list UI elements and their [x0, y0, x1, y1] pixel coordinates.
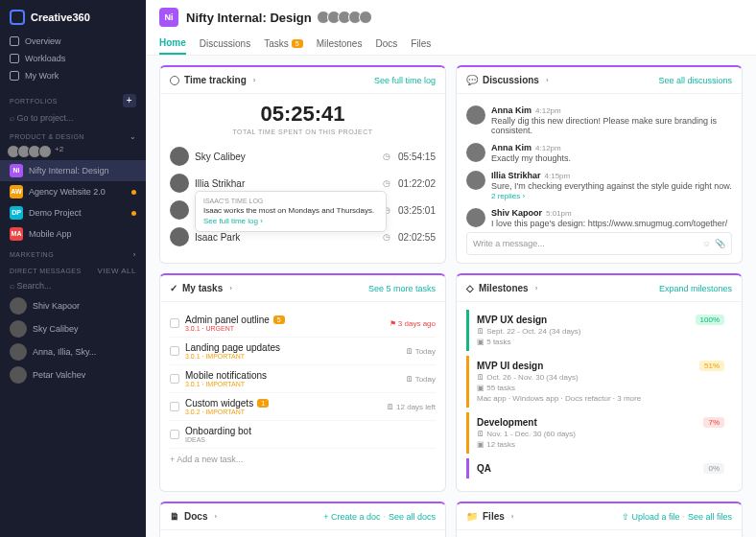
task-row[interactable]: Onboarding botIDEAS — [170, 421, 436, 449]
task-name: Onboarding bot — [185, 426, 251, 436]
message-replies-link[interactable]: 2 replies › — [491, 192, 732, 200]
task-checkbox[interactable] — [170, 402, 179, 411]
project-badge-icon: DP — [10, 206, 23, 220]
dm-item[interactable]: Petar Valchev — [0, 363, 146, 386]
nav-overview[interactable]: Overview — [0, 33, 146, 50]
milestone-row[interactable]: QA0% — [466, 458, 732, 479]
nav-workloads[interactable]: Workloads — [0, 50, 146, 67]
dm-item[interactable]: Sky Calibey — [0, 317, 146, 340]
milestone-dates: 🗓 Sept. 22 - Oct. 24 (34 days) — [477, 327, 724, 336]
brand[interactable]: Creative360 — [0, 6, 146, 29]
project-label: Nifty Internal: Design — [29, 166, 109, 175]
sidebar-project[interactable]: DPDemo Project — [0, 202, 146, 223]
task-checkbox[interactable] — [170, 430, 179, 439]
topbar: Ni Nifty Internal: Design HomeDiscussion… — [146, 0, 756, 56]
brand-name: Creative360 — [31, 12, 90, 23]
project-members[interactable] — [319, 11, 372, 24]
nav-my-work[interactable]: My Work — [0, 67, 146, 84]
dm-item[interactable]: Shiv Kapoor — [0, 294, 146, 317]
discussion-message[interactable]: Shiv Kapoor5:01pmI love this page's desi… — [466, 204, 732, 232]
dm-search[interactable]: ⌕ Search... — [0, 277, 146, 294]
task-date: 🗓 Today — [406, 347, 436, 356]
see-discussions-link[interactable]: See all discussions — [658, 76, 732, 85]
milestone-tasks: ▣ 5 tasks — [477, 338, 724, 346]
add-task-button[interactable]: + Add a new task... — [170, 449, 436, 470]
message-text: I love this page's design: https://www.s… — [491, 219, 732, 228]
milestone-name: QA — [477, 463, 491, 474]
member-avatars[interactable]: +2 — [0, 143, 146, 160]
sidebar-project[interactable]: NiNifty Internal: Design — [0, 160, 146, 181]
discussion-message[interactable]: Anna Kim4:12pmReally dig this new direct… — [466, 102, 732, 139]
chevron-down-icon: ⌄ — [130, 132, 137, 141]
dm-name: Sky Calibey — [33, 324, 79, 334]
chevron-right-icon[interactable]: › — [253, 76, 256, 84]
see-all-docs-link[interactable]: See all docs — [389, 512, 436, 522]
chevron-right-icon[interactable]: › — [229, 284, 232, 292]
go-to-project[interactable]: ⌕ Go to project... — [0, 109, 146, 127]
task-checkbox[interactable] — [170, 374, 179, 384]
tooltip-link[interactable]: See full time log › — [203, 217, 378, 225]
tab-files[interactable]: Files — [411, 33, 431, 55]
task-checkbox[interactable] — [170, 318, 179, 328]
create-doc-link[interactable]: + Create a doc — [323, 512, 380, 522]
total-time: 05:25:41 — [170, 102, 436, 127]
milestone-name: MVP UX design — [477, 315, 547, 325]
sidebar-project[interactable]: MAMobile App — [0, 223, 146, 245]
milestone-row[interactable]: MVP UX design100%🗓 Sept. 22 - Oct. 24 (3… — [466, 310, 732, 351]
dm-item[interactable]: Anna, Illia, Sky... — [0, 340, 146, 363]
avatar — [466, 208, 485, 227]
discussion-message[interactable]: Illia Strikhar4:15pmSure, I'm checking e… — [466, 167, 732, 204]
avatar — [170, 227, 189, 246]
attach-icon[interactable]: 📎 — [715, 239, 725, 248]
see-all-files-link[interactable]: See all files — [688, 512, 732, 522]
see-time-log-link[interactable]: See full time log — [374, 76, 436, 85]
message-author: Illia Strikhar — [491, 171, 541, 180]
milestone-tasks: ▣ 55 tasks — [477, 384, 724, 392]
avatar — [170, 147, 189, 166]
task-row[interactable]: Admin panel outline53.0.1 · URGENT⚑ 3 da… — [170, 310, 436, 338]
message-text: Exactly my thoughts. — [491, 153, 732, 163]
avatar — [10, 366, 27, 384]
project-tabs: HomeDiscussionsTasks 5MilestonesDocsFile… — [159, 33, 743, 55]
sidebar-project[interactable]: AWAgency Website 2.0 — [0, 181, 146, 202]
tab-tasks[interactable]: Tasks 5 — [264, 33, 302, 55]
milestone-row[interactable]: MVP UI design51%🗓 Oct. 26 - Nov. 30 (34 … — [466, 356, 732, 408]
chevron-right-icon[interactable]: › — [511, 512, 514, 521]
tab-docs[interactable]: Docs — [375, 33, 397, 55]
time-row[interactable]: ◷03:25:01ISAAC'S TIME LOGIsaac works the… — [170, 197, 436, 223]
task-checkbox[interactable] — [170, 346, 179, 356]
project-label: Agency Website 2.0 — [29, 187, 106, 197]
time-row-value: 02:02:55 — [398, 232, 436, 243]
task-row[interactable]: Landing page updates3.0.1 · IMPORTANT🗓 T… — [170, 338, 436, 365]
chevron-right-icon[interactable]: › — [535, 284, 538, 292]
task-row[interactable]: Custom widgets13.0.2 · IMPORTANT🗓 12 day… — [170, 393, 436, 421]
milestone-row[interactable]: Development7%🗓 Nov. 1 - Dec. 30 (60 days… — [466, 412, 732, 454]
dm-heading: DIRECT MESSAGESView all — [0, 261, 146, 277]
tab-home[interactable]: Home — [159, 33, 186, 55]
chevron-right-icon[interactable]: › — [546, 76, 549, 84]
product-design-heading[interactable]: PRODUCT & DESIGN⌄ — [0, 127, 146, 143]
time-row-value: 01:22:02 — [398, 178, 436, 189]
task-name: Landing page updates — [185, 342, 280, 353]
tab-discussions[interactable]: Discussions — [200, 33, 250, 55]
project-badge-icon: MA — [10, 227, 23, 241]
emoji-icon[interactable]: ☺ — [702, 239, 711, 248]
marketing-heading[interactable]: MARKETING› — [0, 245, 146, 261]
task-pill: 1 — [257, 399, 269, 408]
discussion-message[interactable]: Anna Kim4:12pmExactly my thoughts. — [466, 139, 732, 167]
docs-card: 🗎 Docs›+ Create a doc · See all docs Onb… — [159, 502, 446, 537]
time-tracking-card: Time tracking›See full time log 05:25:41… — [159, 65, 446, 264]
upload-file-link[interactable]: ⇧ Upload a file — [622, 512, 680, 522]
task-row[interactable]: Mobile notifications3.0.1 · IMPORTANT🗓 T… — [170, 365, 436, 393]
message-input[interactable]: Write a message...☺📎 — [466, 232, 732, 255]
project-badge-icon: Ni — [10, 164, 23, 177]
time-row[interactable]: Sky Calibey◷05:54:15 — [170, 143, 436, 170]
tab-milestones[interactable]: Milestones — [317, 33, 363, 55]
total-time-label: TOTAL TIME SPENT ON THIS PROJECT — [170, 128, 436, 135]
chevron-right-icon[interactable]: › — [214, 512, 217, 521]
see-more-tasks-link[interactable]: See 5 more tasks — [368, 284, 436, 293]
avatar — [170, 200, 189, 220]
expand-milestones-link[interactable]: Expand milestones — [659, 284, 732, 293]
add-portfolio-button[interactable]: + — [123, 94, 136, 107]
view-all-link[interactable]: View all — [98, 267, 136, 275]
